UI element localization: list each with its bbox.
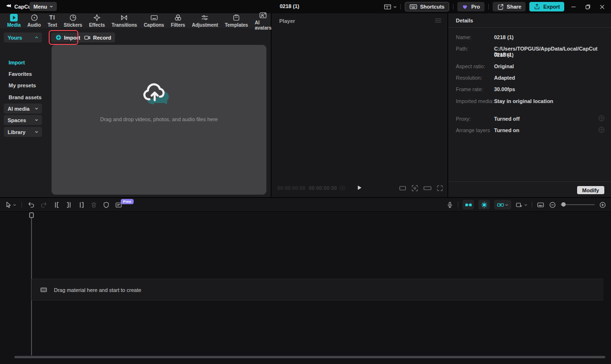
delete-left-button[interactable] (65, 201, 73, 208)
split-button[interactable] (53, 201, 60, 208)
timeline-horizontal-scrollbar[interactable] (14, 356, 605, 358)
export-icon (534, 3, 540, 10)
aspect-ratio-label: Aspect ratio: (456, 63, 485, 69)
tab-effects[interactable]: Effects (85, 14, 108, 28)
chevron-down-icon (505, 203, 508, 207)
delete-right-button[interactable] (78, 201, 85, 208)
proxy-value: Turned off (494, 116, 520, 122)
shortcuts-button[interactable]: Shortcuts (405, 2, 449, 11)
focus-icon[interactable] (411, 185, 419, 192)
divider (453, 4, 453, 10)
tab-audio[interactable]: Audio (24, 14, 44, 28)
tab-stickers[interactable]: Stickers (61, 14, 86, 28)
modify-button[interactable]: Modify (577, 186, 604, 194)
capcut-logo-icon (5, 3, 12, 10)
timeline-area[interactable]: Drag material here and start to create (0, 212, 611, 364)
export-button[interactable]: Export (529, 2, 564, 11)
tab-adjustment[interactable]: Adjustment (189, 14, 221, 28)
sidebar-item-yours[interactable]: Yours (4, 32, 42, 42)
chevron-down-icon (50, 5, 53, 8)
main-track-magnet-toggle[interactable] (463, 200, 474, 209)
tab-text[interactable]: TI Text (44, 14, 61, 28)
name-value: 0218 (1) (494, 34, 514, 40)
crop-wide-icon[interactable] (423, 185, 432, 192)
sidebar-item-import[interactable]: Import (9, 60, 25, 65)
chevron-down-icon (35, 118, 38, 122)
select-clip-icon (516, 201, 523, 208)
voiceover-mic-button[interactable] (446, 201, 453, 208)
main-track-dropzone[interactable]: Drag material here and start to create (32, 279, 603, 301)
redo-button[interactable] (40, 201, 48, 208)
zoom-in-button[interactable] (599, 201, 606, 208)
effects-star-icon (93, 14, 101, 21)
share-icon (497, 3, 504, 10)
arrange-layers-help-icon[interactable]: ? (599, 127, 604, 133)
sidebar-item-brand-assets[interactable]: Brand assets (9, 94, 42, 100)
frame-rate-label: Frame rate: (456, 86, 483, 92)
sidebar-item-spaces[interactable]: Spaces (4, 115, 42, 125)
preview-axis-button[interactable] (537, 201, 545, 208)
share-button[interactable]: Share (493, 2, 526, 11)
sidebar-item-library[interactable]: Library (4, 127, 42, 137)
frame-view-icon[interactable] (339, 185, 346, 191)
player-panel: Player 00:00:00:00 00:00:00:00 (272, 13, 447, 197)
click-select-mode-button[interactable] (516, 201, 527, 208)
adjustment-sliders-icon (201, 14, 209, 21)
tab-filters[interactable]: Filters (168, 14, 189, 28)
delete-button[interactable] (90, 201, 97, 208)
select-tool-button[interactable] (5, 201, 16, 208)
auto-snap-toggle[interactable] (478, 200, 490, 209)
plus-circle-icon (55, 34, 62, 41)
timeline-toolbar-left (5, 198, 122, 211)
sidebar-item-my-presets[interactable]: My presets (9, 83, 36, 88)
record-button[interactable]: Record (80, 32, 115, 42)
free-badge: Free (121, 199, 134, 204)
play-button[interactable] (356, 184, 363, 191)
details-header: Details (448, 13, 611, 28)
tab-captions[interactable]: Captions (140, 14, 168, 28)
divider (21, 202, 22, 208)
timeline-zoom-slider[interactable] (560, 204, 595, 205)
divider (488, 4, 489, 10)
ratio-icon[interactable] (399, 185, 407, 192)
cursor-icon (5, 201, 12, 208)
asset-tab-strip: Media Audio TI Text Stickers Effects Tra… (0, 13, 271, 28)
zoom-out-button[interactable] (549, 201, 556, 208)
ai-avatars-icon (259, 11, 267, 19)
chevron-up-icon (35, 36, 38, 39)
timeline-toolbar-right (446, 198, 606, 211)
resolution-value: Adapted (494, 75, 515, 81)
sidebar-item-ai-media[interactable]: AI media (4, 104, 42, 114)
top-bar: CapCut Menu 0218 (1) Shortcuts Pro (0, 0, 611, 13)
zoom-slider-knob[interactable] (561, 202, 566, 207)
playhead-handle[interactable] (29, 212, 34, 218)
minimize-button[interactable] (568, 0, 579, 13)
chevron-down-icon (393, 5, 397, 9)
maximize-button[interactable] (582, 0, 593, 13)
fullscreen-icon[interactable] (436, 185, 443, 192)
layout-switch-button[interactable] (384, 3, 397, 10)
menu-button[interactable]: Menu (30, 2, 57, 11)
sidebar-item-favorites[interactable]: Favorites (9, 71, 32, 77)
tab-transitions[interactable]: Transitions (108, 14, 140, 28)
media-dropzone[interactable]: Drag and drop videos, photos, and audio … (52, 45, 266, 195)
tab-media[interactable]: Media (4, 14, 24, 28)
arrange-layers-value: Turned on (494, 127, 519, 133)
pro-badge[interactable]: Pro (457, 2, 484, 11)
timeline-empty-hint: Drag material here and start to create (54, 287, 141, 293)
layout-icon (384, 3, 391, 10)
proxy-help-icon[interactable]: ? (599, 115, 604, 121)
player-menu-icon[interactable] (435, 18, 442, 23)
snap-sparkle-icon (481, 201, 488, 208)
imported-media-label: Imported media: (456, 98, 494, 104)
close-button[interactable] (597, 0, 607, 13)
mask-button[interactable] (103, 201, 110, 208)
tab-templates[interactable]: Templates (221, 14, 252, 28)
chevron-down-icon (35, 107, 38, 110)
undo-button[interactable] (27, 201, 35, 208)
divider (532, 202, 532, 208)
audio-icon (31, 14, 38, 21)
import-button[interactable]: Import (51, 32, 84, 42)
player-view-buttons (399, 185, 443, 192)
linked-clips-toggle[interactable] (494, 200, 511, 209)
